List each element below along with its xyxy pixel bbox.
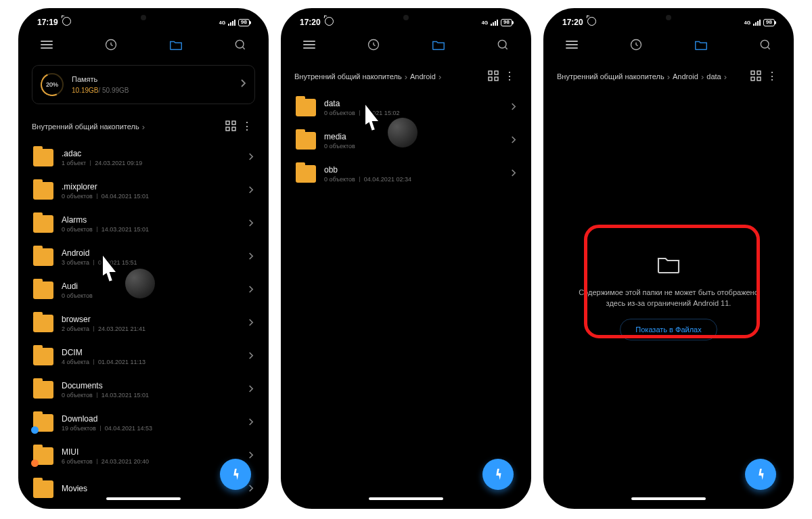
- chevron-right-icon: [248, 284, 254, 296]
- svg-rect-24: [751, 77, 754, 81]
- top-tabs: [286, 30, 526, 60]
- breadcrumb[interactable]: Внутренний общий накопитель› ⋮: [32, 114, 255, 139]
- cleaner-fab[interactable]: [482, 459, 514, 490]
- top-tabs: [24, 30, 263, 60]
- folder-row[interactable]: DCIM4 объекта01.04.2021 11:13: [24, 340, 263, 373]
- folder-meta: 0 объектов04.04.2021 02:34: [324, 176, 502, 183]
- folder-meta: 19 объектов04.04.2021 14:53: [62, 425, 240, 432]
- home-indicator[interactable]: [106, 497, 181, 500]
- folder-tab-icon[interactable]: [162, 37, 189, 52]
- folder-row[interactable]: Alarms0 объектов14.03.2021 15:01: [24, 207, 263, 240]
- folder-meta: 0 объектов4.2021 15:02: [324, 110, 502, 116]
- clock: 17:19: [37, 18, 58, 27]
- svg-rect-22: [751, 71, 754, 74]
- svg-rect-13: [495, 71, 498, 74]
- svg-rect-4: [226, 127, 229, 131]
- folder-name: .mixplorer: [62, 182, 240, 191]
- svg-rect-14: [489, 77, 492, 81]
- battery-icon: 98: [501, 19, 512, 26]
- recent-tab-icon[interactable]: [623, 38, 650, 51]
- grid-view-icon[interactable]: [750, 70, 761, 83]
- chevron-right-icon: [510, 135, 516, 147]
- alarm-icon: [587, 17, 596, 28]
- battery-icon: 98: [238, 19, 250, 26]
- folder-row[interactable]: obb0 объектов04.04.2021 02:34: [286, 157, 526, 190]
- phone-1: 17:19 4G 98 20% Память 10.19GB/ 50.99GB …: [18, 8, 269, 509]
- cleaner-fab[interactable]: [745, 459, 776, 490]
- svg-point-11: [498, 40, 506, 48]
- chevron-right-icon: [510, 101, 516, 114]
- home-indicator[interactable]: [369, 497, 443, 500]
- folder-icon: [33, 248, 53, 266]
- folder-row[interactable]: .adac1 объект24.03.2021 09:19: [24, 141, 263, 174]
- folder-row[interactable]: Android3 объекта03.2021 15:51: [24, 240, 263, 273]
- storage-card[interactable]: 20% Память 10.19GB/ 50.99GB: [32, 65, 255, 104]
- empty-state: Содержимое этой папки не может быть отоб…: [549, 91, 788, 503]
- network-label: 4G: [482, 20, 488, 25]
- file-list[interactable]: data0 объектов4.2021 15:02media0 объекто…: [286, 91, 526, 503]
- svg-rect-3: [232, 121, 235, 125]
- folder-row[interactable]: media0 объектов: [286, 124, 526, 157]
- clock: 17:20: [562, 18, 583, 27]
- folder-icon: [33, 182, 53, 200]
- home-indicator[interactable]: [631, 497, 706, 500]
- folder-icon: [33, 281, 53, 299]
- folder-meta: 0 объектов14.03.2021 15:01: [62, 226, 240, 233]
- chevron-right-icon: [248, 384, 254, 396]
- menu-icon[interactable]: [558, 39, 585, 51]
- folder-icon: [33, 480, 53, 498]
- storage-label: Память: [72, 74, 129, 85]
- folder-row[interactable]: Download19 объектов04.04.2021 14:53: [24, 406, 263, 439]
- search-icon[interactable]: [489, 38, 516, 51]
- storage-ring-icon: 20%: [41, 73, 64, 96]
- folder-name: Documents: [62, 381, 240, 390]
- svg-rect-25: [757, 77, 761, 81]
- folder-icon: [296, 165, 316, 183]
- network-label: 4G: [219, 20, 225, 25]
- grid-view-icon[interactable]: [488, 70, 499, 83]
- svg-rect-5: [232, 127, 235, 131]
- menu-icon[interactable]: [296, 39, 323, 51]
- folder-tab-icon[interactable]: [687, 37, 715, 52]
- signal-icon: [491, 20, 498, 26]
- folder-meta: 0 объектов: [324, 143, 502, 150]
- camera-notch: [403, 15, 409, 20]
- file-list[interactable]: .adac1 объект24.03.2021 09:19.mixplorer0…: [24, 141, 263, 503]
- chevron-right-icon: [248, 218, 254, 230]
- search-icon[interactable]: [752, 38, 779, 51]
- folder-icon: [33, 381, 53, 399]
- folder-name: Android: [62, 248, 240, 258]
- folder-icon: [296, 99, 316, 116]
- network-label: 4G: [744, 20, 750, 25]
- svg-point-1: [235, 40, 244, 48]
- folder-name: obb: [324, 165, 502, 175]
- folder-name: Download: [62, 414, 240, 424]
- folder-row[interactable]: Audi0 объектов: [24, 273, 263, 307]
- folder-meta: 4 объекта01.04.2021 11:13: [62, 359, 240, 365]
- storage-total: / 50.99GB: [98, 87, 129, 94]
- phone-3: 17:20 4G 98 Внутренний общий накопитель›…: [543, 8, 794, 509]
- search-icon[interactable]: [227, 38, 254, 51]
- recent-tab-icon[interactable]: [360, 38, 387, 51]
- folder-meta: 3 объекта03.2021 15:51: [62, 259, 240, 266]
- folder-tab-icon[interactable]: [425, 37, 452, 52]
- grid-view-icon[interactable]: [225, 120, 236, 133]
- show-in-files-button[interactable]: Показать в Файлах: [620, 319, 717, 340]
- folder-meta: 1 объект24.03.2021 09:19: [62, 160, 240, 166]
- folder-row[interactable]: .mixplorer0 объектов04.04.2021 15:01: [24, 174, 263, 207]
- breadcrumb[interactable]: Внутренний общий накопитель› Android› ⋮: [294, 64, 518, 89]
- folder-name: browser: [62, 315, 240, 324]
- folder-row[interactable]: data0 объектов4.2021 15:02: [286, 91, 526, 124]
- chevron-right-icon: [248, 483, 254, 495]
- folder-row[interactable]: Documents0 объектов14.03.2021 15:01: [24, 373, 263, 406]
- folder-name: data: [324, 99, 502, 108]
- folder-name: .adac: [62, 149, 240, 158]
- menu-icon[interactable]: [33, 39, 60, 51]
- folder-row[interactable]: browser2 объекта24.03.2021 21:41: [24, 307, 263, 340]
- recent-tab-icon[interactable]: [97, 38, 125, 51]
- cleaner-fab[interactable]: [220, 459, 251, 490]
- breadcrumb[interactable]: Внутренний общий накопитель› Android› da…: [557, 64, 780, 89]
- folder-icon: [33, 149, 53, 166]
- folder-name: DCIM: [62, 348, 240, 357]
- signal-icon: [753, 20, 761, 26]
